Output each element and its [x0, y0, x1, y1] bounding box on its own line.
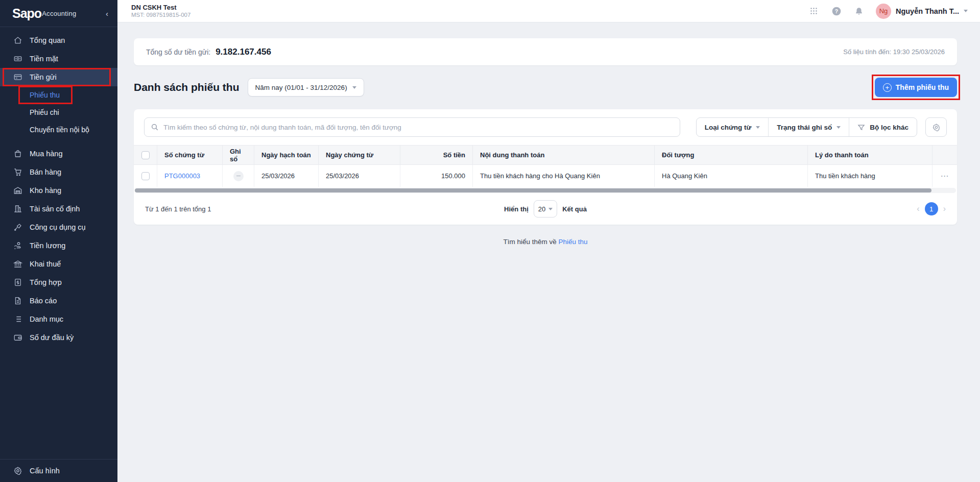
sidebar-collapse-icon[interactable]: ‹	[106, 9, 108, 18]
company-name: DN CSKH Test	[131, 4, 190, 11]
sidebar-item-cong-cu-dung-cu[interactable]: Công cụ dụng cụ	[0, 218, 117, 236]
prev-page-icon[interactable]: ‹	[917, 204, 919, 213]
company-tax-code: MST: 0987519815-007	[131, 11, 190, 18]
column-header-recorded[interactable]: Ghi sổ	[223, 146, 254, 164]
sidebar-item-bao-cao[interactable]: Báo cáo	[0, 292, 117, 310]
column-header-amount[interactable]: Số tiền	[400, 146, 473, 164]
balance-value: 9.182.167.456	[216, 47, 271, 57]
bell-icon[interactable]	[853, 6, 865, 17]
cash-icon	[13, 54, 22, 64]
user-menu[interactable]: Ng Nguyễn Thanh T...	[876, 4, 968, 19]
description-cell: Thu tiền khách hàng cho Hà Quang Kiên	[473, 165, 655, 187]
page-size-select[interactable]: 20	[534, 200, 557, 218]
period-dropdown-value: Năm nay (01/01 - 31/12/2026)	[255, 84, 347, 91]
column-header-posting-date[interactable]: Ngày hạch toán	[254, 146, 319, 164]
next-page-icon[interactable]: ›	[943, 204, 946, 213]
column-header-code[interactable]: Số chứng từ	[157, 146, 223, 164]
page-size-group: Hiển thị 20 Kết quả	[134, 200, 957, 218]
column-header-description[interactable]: Nội dung thanh toán	[473, 146, 655, 164]
brand-logo: Sapo	[12, 6, 41, 21]
apps-grid-icon[interactable]	[808, 6, 820, 17]
pager: ‹ 1 ›	[917, 202, 946, 215]
learn-more-text: Tìm hiểu thêm về	[503, 238, 556, 246]
sidebar-subitem-phieu-thu[interactable]: Phiếu thu	[0, 86, 117, 104]
horizontal-scrollbar-thumb[interactable]	[135, 188, 931, 192]
user-name: Nguyễn Thanh T...	[896, 7, 959, 15]
column-header-reason[interactable]: Lý do thanh toán	[808, 146, 933, 164]
page-title: Danh sách phiếu thu	[134, 81, 240, 93]
chevron-down-icon	[836, 126, 841, 129]
receipt-code-link[interactable]: PTG000003	[164, 172, 200, 180]
sidebar-item-tien-luong[interactable]: Tiền lương	[0, 236, 117, 255]
sidebar-subitem-chuyen-tien-noi-bo[interactable]: Chuyển tiền nội bộ	[0, 121, 117, 138]
table-settings-button[interactable]	[925, 117, 947, 137]
brand-suffix: Accounting	[42, 10, 76, 17]
sidebar-item-mua-hang[interactable]: Mua hàng	[0, 144, 117, 163]
learn-more-link[interactable]: Phiếu thu	[559, 238, 588, 246]
row-checkbox[interactable]	[141, 172, 150, 180]
data-as-of: Số liệu tính đến: 19:30 25/03/2026	[843, 48, 945, 56]
sidebar-item-tien-mat[interactable]: Tiền mặt	[0, 50, 117, 68]
sidebar-item-label: Tiền gửi	[30, 73, 57, 81]
sidebar-item-tong-quan[interactable]: Tổng quan	[0, 31, 117, 50]
add-receipt-button[interactable]: + Thêm phiếu thu	[875, 78, 957, 97]
sidebar-nav: Tổng quan Tiền mặt Tiền gửi Phiếu thu Ph…	[0, 27, 117, 459]
sidebar-item-cau-hinh[interactable]: Cấu hình	[0, 460, 117, 482]
sidebar-item-so-du-dau-ky[interactable]: Số dư đầu kỳ	[0, 328, 117, 347]
sidebar-item-label: Tiền lương	[30, 242, 65, 250]
report-icon	[13, 296, 22, 306]
header-actions: ? Ng Nguyễn Thanh T...	[808, 4, 968, 19]
sidebar-item-label: Kho hàng	[30, 186, 61, 195]
filters-row: Loại chứng từ Trạng thái ghi sổ Bộ lọc k…	[134, 117, 957, 145]
search-input[interactable]	[163, 124, 674, 131]
table-header-row: Số chứng từ Ghi sổ Ngày hạch toán Ngày c…	[134, 145, 957, 165]
chevron-down-icon	[548, 208, 553, 210]
page-content: Tổng số dư tiền gửi: 9.182.167.456 Số li…	[117, 22, 980, 482]
sidebar-subitem-label: Phiếu chi	[30, 108, 59, 116]
partner-cell: Hà Quang Kiên	[655, 165, 808, 187]
page-number-button[interactable]: 1	[925, 202, 938, 215]
sidebar-item-ban-hang[interactable]: Bán hàng	[0, 163, 117, 181]
sidebar-subitem-phieu-chi[interactable]: Phiếu chi	[0, 104, 117, 121]
balance-label: Tổng số dư tiền gửi:	[146, 48, 210, 56]
record-status-filter[interactable]: Trạng thái ghi sổ	[769, 118, 849, 136]
column-header-doc-date[interactable]: Ngày chứng từ	[319, 146, 400, 164]
pagination-summary: Từ 1 đến 1 trên tổng 1	[145, 205, 211, 213]
other-filters-button[interactable]: Bộ lọc khác	[849, 118, 917, 136]
table-row: PTG000003 25/03/2026 25/03/2026 150.000 …	[134, 165, 957, 187]
sidebar-item-tai-san-co-dinh[interactable]: Tài sản cố định	[0, 200, 117, 218]
funnel-icon	[857, 124, 865, 131]
sidebar-item-label: Số dư đầu kỳ	[30, 333, 74, 342]
sidebar-item-khai-thue[interactable]: Khai thuế	[0, 255, 117, 273]
sidebar-item-label: Tổng quan	[30, 36, 65, 44]
doc-type-filter[interactable]: Loại chứng từ	[697, 118, 769, 136]
sidebar-item-kho-hang[interactable]: Kho hàng	[0, 181, 117, 200]
sidebar-item-label: Danh mục	[30, 315, 63, 323]
sidebar-item-tien-gui[interactable]: Tiền gửi	[0, 68, 117, 86]
balance-summary-card: Tổng số dư tiền gửi: 9.182.167.456 Số li…	[134, 38, 957, 65]
building-icon	[13, 204, 22, 214]
not-recorded-status-icon	[233, 171, 244, 181]
sidebar-subitem-label: Chuyển tiền nội bộ	[30, 126, 89, 134]
period-dropdown[interactable]: Năm nay (01/01 - 31/12/2026)	[248, 78, 364, 97]
tool-icon	[13, 223, 22, 232]
sidebar-footer: Cấu hình	[0, 459, 117, 482]
sidebar-item-danh-muc[interactable]: Danh mục	[0, 310, 117, 328]
record-status-filter-label: Trạng thái ghi sổ	[777, 124, 832, 131]
other-filters-label: Bộ lọc khác	[870, 124, 909, 131]
row-actions-menu[interactable]: ⋯	[941, 171, 949, 181]
show-label: Hiển thị	[504, 205, 529, 213]
select-all-checkbox[interactable]	[141, 151, 150, 159]
bank-icon	[13, 259, 22, 269]
company-block[interactable]: DN CSKH Test MST: 0987519815-007	[131, 4, 190, 18]
title-row: Danh sách phiếu thu Năm nay (01/01 - 31/…	[134, 78, 957, 97]
sidebar-item-tong-hop[interactable]: Tổng hợp	[0, 273, 117, 292]
sidebar-item-label: Báo cáo	[30, 297, 57, 305]
help-icon[interactable]: ?	[831, 6, 842, 17]
horizontal-scrollbar	[135, 188, 956, 193]
gear-icon	[13, 466, 22, 476]
search-icon	[151, 123, 159, 131]
doc-date-cell: 25/03/2026	[319, 165, 400, 187]
pagination-row: Từ 1 đến 1 trên tổng 1 Hiển thị 20 Kết q…	[134, 193, 957, 225]
column-header-partner[interactable]: Đối tượng	[655, 146, 808, 164]
